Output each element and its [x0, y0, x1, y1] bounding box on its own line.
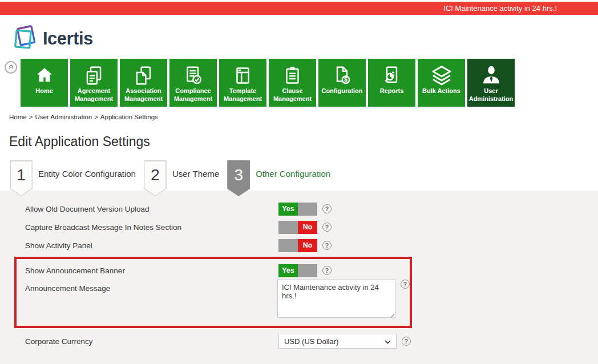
- nav-tile-compliance-management[interactable]: Compliance Management: [169, 59, 217, 107]
- toggle-show-announcement-banner[interactable]: Yes: [278, 264, 317, 277]
- toggle-capture-broadcast-message-in-notes-section[interactable]: No: [278, 221, 317, 234]
- tab-step-number-box: 3: [228, 161, 249, 196]
- tab-step-entity-color-configuration: 1Entity Color Configuration: [10, 160, 144, 196]
- help-icon[interactable]: ?: [322, 204, 332, 213]
- toggle-no-segment: No: [298, 239, 317, 252]
- setting-label: Show Activity Panel: [25, 241, 278, 250]
- toggle-off-segment: [278, 221, 298, 234]
- setting-row-show-announcement-banner: Show Announcement BannerYes?: [17, 261, 410, 280]
- nav-tile-label: Configuration: [319, 87, 365, 95]
- toggle-off-segment: [278, 239, 298, 252]
- icertis-logo-text: Icertis: [43, 29, 93, 49]
- tab-step-marker[interactable]: 1: [10, 160, 33, 196]
- breadcrumb-item-home[interactable]: Home: [9, 114, 27, 120]
- breadcrumb-separator: >: [94, 114, 98, 120]
- clause-clipboard-icon: [282, 63, 303, 87]
- help-icon[interactable]: ?: [322, 223, 332, 232]
- announcement-message-textarea-wrap: ICI Maintenance activity in 24 hrs.!: [277, 280, 395, 320]
- tab-step-other-configuration: 3Other Configuration: [227, 160, 338, 196]
- nav-tile-association-management[interactable]: Association Management: [120, 59, 167, 107]
- nav-tile-reports[interactable]: Reports: [368, 59, 415, 107]
- setting-label: Announcement Message: [25, 280, 277, 293]
- nav-collapse-button[interactable]: [5, 61, 17, 74]
- help-icon[interactable]: ?: [401, 280, 410, 289]
- nav-tile-clause-management[interactable]: Clause Management: [269, 59, 316, 107]
- tab-step-number-box: 1: [11, 161, 32, 196]
- tab-step-number: 1: [11, 161, 32, 188]
- association-documents-icon: [133, 63, 154, 87]
- setting-row-capture-broadcast-message-in-notes-section: Capture Broadcast Message In Notes Secti…: [0, 218, 598, 236]
- toggle-off-segment: [298, 203, 317, 216]
- breadcrumb-separator: >: [29, 114, 33, 120]
- setting-row-show-activity-panel: Show Activity PanelNo?: [0, 236, 598, 254]
- tab-step-label[interactable]: Entity Color Configuration: [38, 169, 136, 179]
- nav-tile-label: Home: [21, 87, 67, 95]
- setting-label: Show Announcement Banner: [25, 266, 278, 275]
- chevron-down-icon: [385, 337, 391, 346]
- header: Icertis: [0, 15, 598, 54]
- nav-tile-label: Compliance Management: [170, 87, 216, 103]
- step-tabs: 1Entity Color Configuration2User Theme3O…: [0, 160, 598, 191]
- nav-tile-label: Template Management: [220, 87, 266, 103]
- nav-tile-label: Clause Management: [269, 87, 316, 103]
- toggle-no-segment: No: [298, 221, 317, 234]
- tab-step-label[interactable]: Other Configuration: [256, 169, 330, 179]
- layers-icon: [430, 63, 453, 87]
- announcement-banner-text: ICI Maintenance activity in 24 hrs.!: [443, 4, 557, 13]
- tab-step-number: 3: [228, 161, 249, 188]
- tab-step-number-box: 2: [144, 161, 165, 196]
- nav-tile-label: User Administration: [468, 87, 514, 103]
- nav-tile-label: Bulk Actions: [418, 87, 464, 95]
- setting-label: Capture Broadcast Message In Notes Secti…: [25, 223, 278, 232]
- tab-step-number: 2: [144, 161, 165, 188]
- settings-panel: Allow Old Document Version UploadYes?Cap…: [0, 191, 598, 364]
- toggle-show-activity-panel[interactable]: No: [278, 239, 317, 252]
- nav-tile-label: Reports: [369, 87, 415, 95]
- breadcrumb: Home>User Administration>Application Set…: [9, 114, 598, 120]
- toggle-yes-segment: Yes: [278, 203, 298, 216]
- settings-rows-top: Allow Old Document Version UploadYes?Cap…: [0, 200, 598, 254]
- setting-row-allow-old-document-version-upload: Allow Old Document Version UploadYes?: [0, 200, 598, 218]
- configuration-currency-document-icon: $: [332, 63, 353, 87]
- reports-magnifier-document-icon: [381, 63, 402, 87]
- announcement-message-textarea[interactable]: ICI Maintenance activity in 24 hrs.!: [277, 280, 395, 318]
- nav-tile-template-management[interactable]: Template Management: [219, 59, 266, 107]
- nav-tile-configuration[interactable]: $Configuration: [318, 59, 366, 107]
- main-navigation: HomeAgreement ManagementAssociation Mana…: [5, 59, 598, 107]
- chevron-double-up-icon: [7, 62, 15, 72]
- toggle-off-segment: [298, 264, 317, 277]
- page-title: Edit Application Settings: [9, 134, 598, 149]
- template-table-icon: [232, 63, 253, 87]
- nav-tile-user-administration[interactable]: User Administration: [467, 59, 515, 107]
- tab-step-marker[interactable]: 3: [227, 160, 250, 196]
- settings-rows-bottom: Corporate CurrencyUSD (US Dollar)?: [0, 332, 598, 350]
- corporate-currency-select[interactable]: USD (US Dollar): [278, 334, 397, 349]
- setting-row-corporate-currency: Corporate CurrencyUSD (US Dollar)?: [0, 332, 598, 350]
- toggle-allow-old-document-version-upload[interactable]: Yes: [278, 203, 317, 216]
- agreement-documents-icon: [83, 63, 104, 87]
- icertis-logo-icon: [10, 23, 41, 54]
- nav-tiles: HomeAgreement ManagementAssociation Mana…: [21, 59, 515, 107]
- setting-row-announcement-message: Announcement MessageICI Maintenance acti…: [17, 280, 410, 320]
- toggle-yes-segment: Yes: [278, 264, 298, 277]
- compliance-check-document-icon: [183, 63, 204, 87]
- tab-step-label[interactable]: User Theme: [172, 169, 219, 179]
- svg-text:$: $: [344, 76, 348, 83]
- help-icon[interactable]: ?: [322, 241, 332, 250]
- user-icon: [480, 63, 503, 87]
- icertis-logo: Icertis: [10, 23, 93, 54]
- nav-tile-label: Agreement Management: [71, 87, 117, 103]
- breadcrumb-item-application-settings[interactable]: Application Settings: [100, 114, 158, 120]
- setting-label: Allow Old Document Version Upload: [25, 205, 278, 213]
- nav-tile-home[interactable]: Home: [21, 59, 68, 107]
- tab-step-marker[interactable]: 2: [144, 160, 167, 196]
- help-icon[interactable]: ?: [322, 266, 332, 275]
- setting-label: Corporate Currency: [25, 337, 278, 346]
- announcement-banner: ICI Maintenance activity in 24 hrs.!: [0, 2, 598, 15]
- breadcrumb-item-user-administration[interactable]: User Administration: [35, 114, 92, 120]
- nav-tile-bulk-actions[interactable]: Bulk Actions: [418, 59, 465, 107]
- tab-step-user-theme: 2User Theme: [144, 160, 227, 196]
- home-icon: [35, 63, 54, 87]
- nav-tile-agreement-management[interactable]: Agreement Management: [70, 59, 118, 107]
- help-icon[interactable]: ?: [402, 337, 411, 346]
